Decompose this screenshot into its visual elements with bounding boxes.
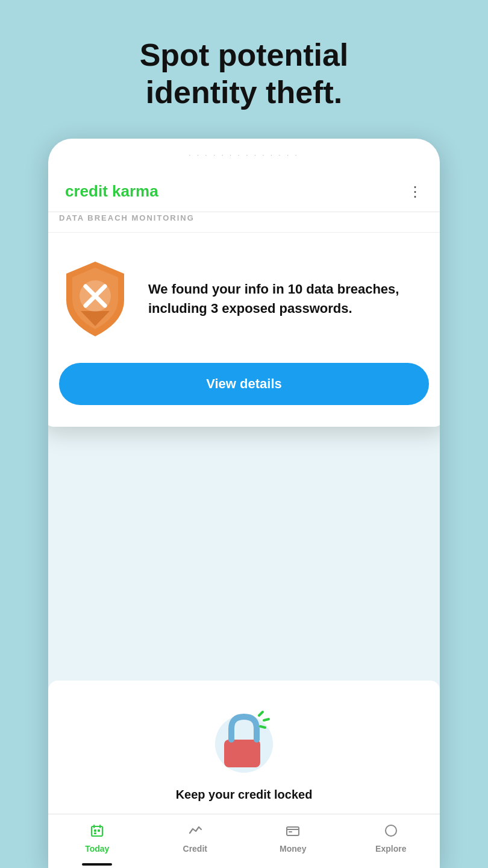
today-label: Today [85, 844, 109, 854]
svg-line-6 [264, 719, 269, 720]
phone-notch-bar: · · · · · · · · · · · · · · [48, 139, 440, 171]
svg-marker-18 [389, 828, 393, 833]
svg-rect-11 [94, 832, 96, 834]
shield-icon [59, 257, 131, 341]
today-icon [90, 823, 104, 841]
credit-lock-section: Keep your credit locked [48, 681, 440, 814]
bottom-nav: Today Credit [48, 814, 440, 868]
explore-icon [384, 823, 398, 841]
nav-item-today[interactable]: Today [48, 823, 146, 854]
page-title: Spot potential identity theft. [0, 0, 488, 136]
credit-karma-logo: credit karma [65, 182, 158, 201]
nav-item-explore[interactable]: Explore [342, 823, 440, 854]
modal-card: DATA BREACH MONITORING [48, 212, 440, 427]
credit-lock-title: Keep your credit locked [60, 788, 428, 802]
svg-line-5 [259, 712, 263, 715]
svg-rect-10 [98, 829, 100, 832]
credit-icon [188, 823, 202, 841]
phone-content: DATA BREACH MONITORING [48, 212, 440, 868]
credit-label: Credit [183, 844, 207, 854]
money-icon [286, 823, 300, 841]
money-label: Money [280, 844, 306, 854]
modal-body: We found your info in 10 data breaches, … [48, 233, 440, 360]
app-header: credit karma ⋮ [48, 171, 440, 212]
svg-line-7 [260, 726, 265, 728]
svg-point-17 [386, 825, 396, 836]
more-icon[interactable]: ⋮ [408, 183, 423, 200]
nav-indicator [82, 863, 112, 866]
phone-frame: · · · · · · · · · · · · · · credit karma… [48, 139, 440, 868]
svg-rect-9 [94, 829, 96, 832]
svg-rect-4 [224, 740, 260, 767]
breach-text: We found your info in 10 data breaches, … [148, 280, 429, 318]
svg-rect-8 [92, 826, 102, 836]
view-details-button[interactable]: View details [59, 363, 429, 405]
svg-rect-14 [287, 827, 299, 835]
shield-container [59, 257, 131, 341]
phone-dots: · · · · · · · · · · · · · · [189, 152, 299, 159]
lock-illustration [205, 699, 283, 777]
nav-item-money[interactable]: Money [244, 823, 342, 854]
explore-label: Explore [375, 844, 406, 854]
nav-item-credit[interactable]: Credit [146, 823, 245, 854]
section-label: DATA BREACH MONITORING [48, 212, 440, 233]
